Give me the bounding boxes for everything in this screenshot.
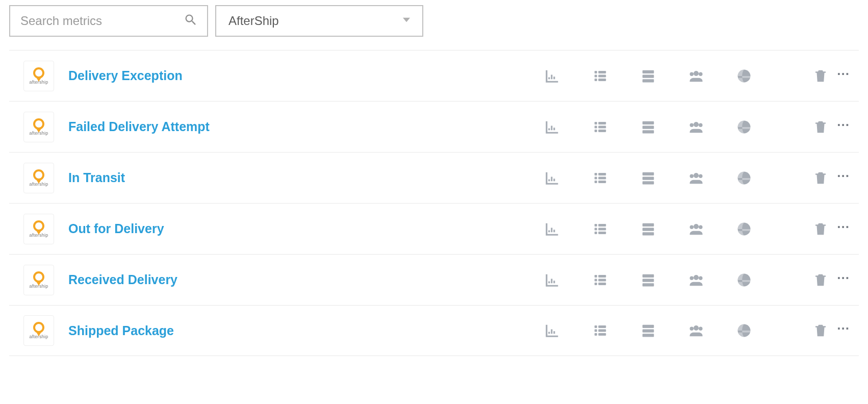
svg-rect-18 — [599, 130, 606, 132]
globe-icon[interactable] — [735, 220, 753, 238]
server-icon[interactable] — [639, 220, 657, 238]
globe-icon[interactable] — [735, 271, 753, 289]
more-icon[interactable]: ··· — [837, 118, 850, 136]
svg-rect-56 — [595, 283, 597, 285]
svg-rect-41 — [595, 228, 597, 230]
svg-rect-32 — [643, 172, 654, 175]
svg-point-36 — [690, 174, 694, 178]
aftership-icon: aftership — [23, 61, 54, 91]
aftership-icon: aftership — [23, 214, 54, 244]
users-icon[interactable] — [687, 169, 705, 187]
svg-rect-65 — [595, 325, 597, 328]
svg-rect-53 — [599, 275, 606, 277]
chart-icon[interactable] — [543, 220, 561, 238]
svg-rect-71 — [643, 325, 654, 328]
more-icon[interactable]: ··· — [837, 220, 850, 238]
svg-rect-40 — [599, 224, 606, 226]
list-item: aftership Delivery Exception ··· — [9, 50, 859, 101]
svg-rect-8 — [643, 79, 654, 82]
svg-rect-14 — [599, 122, 606, 124]
dropdown-selected-label: AfterShip — [228, 14, 279, 28]
search-input[interactable] — [19, 13, 178, 29]
globe-icon[interactable] — [735, 169, 753, 187]
server-icon[interactable] — [639, 118, 657, 136]
svg-rect-31 — [599, 181, 606, 183]
server-icon[interactable] — [639, 271, 657, 289]
toolbar: AfterShip — [9, 5, 859, 46]
svg-point-75 — [690, 327, 694, 331]
svg-rect-66 — [599, 325, 606, 328]
chart-icon[interactable] — [543, 271, 561, 289]
users-icon[interactable] — [687, 118, 705, 136]
svg-rect-33 — [643, 176, 654, 180]
globe-icon[interactable] — [735, 67, 753, 85]
users-icon[interactable] — [687, 220, 705, 238]
trash-icon[interactable] — [811, 169, 830, 187]
row-actions: ··· — [543, 67, 854, 85]
metric-name-link[interactable]: Delivery Exception — [68, 68, 543, 83]
svg-rect-1 — [599, 71, 606, 73]
trash-icon[interactable] — [811, 118, 830, 136]
svg-rect-6 — [643, 70, 654, 73]
list-icon[interactable] — [591, 169, 609, 187]
row-actions: ··· — [543, 169, 854, 187]
svg-rect-45 — [643, 223, 654, 226]
list-icon[interactable] — [591, 271, 609, 289]
svg-rect-73 — [643, 334, 654, 337]
trash-icon[interactable] — [811, 321, 830, 340]
chart-icon[interactable] — [543, 118, 561, 136]
list-icon[interactable] — [591, 321, 609, 340]
svg-rect-69 — [595, 333, 597, 336]
svg-point-9 — [694, 71, 699, 76]
svg-rect-17 — [595, 130, 597, 132]
chart-icon[interactable] — [543, 169, 561, 187]
metric-name-link[interactable]: Shipped Package — [68, 323, 543, 338]
svg-point-63 — [699, 276, 703, 280]
svg-rect-42 — [599, 228, 606, 230]
svg-rect-7 — [643, 74, 654, 78]
svg-rect-20 — [643, 125, 654, 129]
search-icon[interactable] — [184, 13, 198, 29]
trash-icon[interactable] — [811, 220, 830, 238]
list-icon[interactable] — [591, 118, 609, 136]
aftership-icon: aftership — [23, 163, 54, 193]
source-dropdown[interactable]: AfterShip — [215, 5, 423, 37]
list-item: aftership Failed Delivery Attempt ··· — [9, 101, 859, 152]
metric-name-link[interactable]: Received Delivery — [68, 272, 543, 287]
globe-icon[interactable] — [735, 118, 753, 136]
svg-rect-29 — [599, 176, 606, 179]
chart-icon[interactable] — [543, 67, 561, 85]
users-icon[interactable] — [687, 271, 705, 289]
more-icon[interactable]: ··· — [837, 271, 850, 289]
list-icon[interactable] — [591, 220, 609, 238]
search-box[interactable] — [9, 5, 208, 37]
more-icon[interactable]: ··· — [837, 169, 850, 187]
metric-name-link[interactable]: In Transit — [68, 170, 543, 185]
globe-icon[interactable] — [735, 321, 753, 340]
list-item: aftership In Transit ··· — [9, 152, 859, 203]
server-icon[interactable] — [639, 321, 657, 340]
row-actions: ··· — [543, 271, 854, 289]
metrics-list: aftership Delivery Exception ··· aftersh… — [9, 50, 859, 356]
chart-icon[interactable] — [543, 321, 561, 340]
trash-icon[interactable] — [811, 271, 830, 289]
svg-rect-21 — [643, 130, 654, 133]
users-icon[interactable] — [687, 67, 705, 85]
svg-point-50 — [699, 225, 703, 229]
metric-name-link[interactable]: Out for Delivery — [68, 221, 543, 236]
svg-rect-57 — [599, 283, 606, 285]
svg-rect-46 — [643, 228, 654, 231]
list-icon[interactable] — [591, 67, 609, 85]
svg-rect-15 — [595, 125, 597, 128]
more-icon[interactable]: ··· — [837, 322, 850, 339]
server-icon[interactable] — [639, 169, 657, 187]
svg-point-35 — [694, 173, 699, 178]
users-icon[interactable] — [687, 321, 705, 340]
trash-icon[interactable] — [811, 67, 830, 85]
svg-point-48 — [694, 224, 699, 229]
svg-rect-54 — [595, 279, 597, 281]
more-icon[interactable]: ··· — [837, 67, 850, 85]
metric-name-link[interactable]: Failed Delivery Attempt — [68, 119, 543, 134]
server-icon[interactable] — [639, 67, 657, 85]
aftership-icon: aftership — [23, 265, 54, 295]
